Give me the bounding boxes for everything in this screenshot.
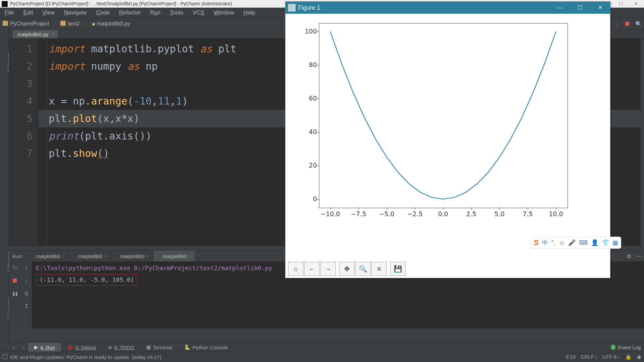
menu-file[interactable]: File	[0, 8, 18, 18]
search-everywhere-icon[interactable]	[635, 20, 642, 27]
figure-close-button[interactable]: ✕	[590, 2, 610, 14]
bottom-tab-run[interactable]: ▶ 4: Run	[28, 343, 61, 352]
soft-wrap-icon[interactable]	[24, 290, 29, 297]
run-tab-2[interactable]: matplotlib0×	[111, 250, 153, 262]
status-lock-icon[interactable]: 🔒	[625, 354, 632, 360]
ime-keyboard-icon[interactable]: ⌨	[579, 239, 588, 246]
nav-configure-icon[interactable]: ≡	[371, 262, 387, 276]
line-number: 5	[9, 110, 33, 127]
ime-user-icon[interactable]: 👤	[591, 239, 598, 246]
bottom-tab-terminal[interactable]: ▣ Terminal	[140, 343, 178, 352]
figure-maximize-button[interactable]: ☐	[570, 2, 590, 14]
bottom-tab-terminal-label: Terminal	[153, 345, 172, 350]
close-icon[interactable]: ×	[104, 254, 106, 258]
xtick-label: 10.0	[549, 210, 563, 218]
matplotlib-app-icon	[288, 4, 296, 11]
console-output-axis: (-11.0, 11.0, -5.0, 105.0)	[36, 274, 138, 286]
event-log-badge: 1	[610, 345, 616, 350]
status-indicator-icon[interactable]: ◉	[637, 354, 641, 360]
menu-help[interactable]: Help	[239, 8, 260, 18]
stack-down-icon[interactable]	[25, 278, 28, 284]
ide-close-button[interactable]: ✕	[629, 0, 644, 7]
ime-emoji-icon[interactable]: ☺	[559, 239, 565, 246]
status-caret-pos[interactable]: 5:16	[566, 354, 576, 360]
ytick-label: 100	[300, 27, 317, 35]
bottom-tab-todo-label: 6: TODO	[114, 345, 134, 350]
ime-mic-icon[interactable]: 🎤	[568, 239, 576, 246]
nav-back-icon[interactable]: ←	[304, 262, 320, 276]
gear-icon[interactable]: ⚙	[627, 253, 631, 259]
ytick-label: 60	[300, 95, 317, 102]
menu-run[interactable]: Run	[145, 8, 165, 18]
sogou-ime-bar[interactable]: S 中 °, ☺ 🎤 ⌨ 👤 👕 ▦	[531, 237, 621, 249]
line-number: 4	[9, 93, 33, 110]
close-icon[interactable]: ×	[189, 254, 191, 258]
menu-navigate[interactable]: Navigate	[59, 8, 91, 18]
nav-zoom-icon[interactable]: 🔍	[355, 262, 371, 276]
crumb-folder[interactable]: text2	[60, 21, 83, 27]
close-icon[interactable]: ×	[62, 254, 64, 258]
figure-minimize-button[interactable]: —	[550, 2, 570, 14]
run-tab-label: matplotlib0	[120, 253, 145, 259]
menu-view[interactable]: View	[38, 8, 60, 18]
menu-code[interactable]: Code	[91, 8, 114, 18]
run-tab-0[interactable]: matplotlib0×	[26, 250, 69, 262]
minimize-tw-icon[interactable]: —	[636, 253, 641, 259]
close-icon[interactable]: ×	[147, 254, 149, 258]
chevron-icon[interactable]: »	[18, 345, 28, 350]
xtick-mark	[443, 207, 443, 209]
menu-tools[interactable]: Tools	[165, 8, 188, 18]
nav-forward-icon[interactable]: →	[320, 262, 336, 276]
figure-title: Figure 1	[298, 4, 320, 11]
xtick-mark	[387, 207, 387, 209]
run-tab-label: matplotlib0	[163, 253, 187, 259]
ytick-mark	[317, 65, 319, 65]
nav-pan-icon[interactable]: ✥	[339, 262, 355, 276]
menu-edit[interactable]: Edit	[18, 8, 38, 18]
bottom-tab-debug[interactable]: 🐞 5: Debug	[61, 343, 102, 352]
ime-punct-icon[interactable]: °,	[551, 239, 555, 246]
stop-icon[interactable]	[625, 22, 629, 26]
stop-icon[interactable]	[13, 279, 17, 283]
menu-refactor[interactable]: Refactor	[114, 8, 145, 18]
nav-save-icon[interactable]: 💾	[390, 262, 406, 276]
run-tab-3[interactable]: matplotlib0×	[153, 250, 196, 262]
menu-window[interactable]: Window	[209, 8, 238, 18]
python-file-icon	[92, 22, 95, 25]
close-tab-icon[interactable]: ×	[51, 30, 54, 39]
chevron-right-icon: 〉	[52, 20, 60, 27]
plot-curve	[319, 23, 567, 207]
scroll-to-end-icon[interactable]	[24, 303, 29, 309]
pause-icon[interactable]	[12, 290, 17, 296]
crumb-project[interactable]: PyCharmProject	[3, 21, 52, 27]
run-tab-1[interactable]: matplotlib0×	[69, 250, 111, 262]
status-encoding[interactable]: UTF-8	[602, 354, 617, 360]
xtick-mark	[556, 207, 556, 209]
chevron-icon[interactable]: »	[9, 345, 18, 350]
nav-home-icon[interactable]: ⌂	[288, 262, 304, 276]
pycharm-app-icon	[2, 1, 7, 7]
status-message[interactable]: IDE and Plugin Updates: PyCharm is ready…	[10, 354, 161, 360]
ime-toolbox-icon[interactable]: ▦	[612, 239, 618, 246]
ime-skin-icon[interactable]: 👕	[602, 239, 609, 246]
editor-tab-active[interactable]: matplotlib0.py ×	[13, 30, 58, 39]
figure-titlebar[interactable]: Figure 1 — ☐ ✕	[285, 2, 610, 14]
ime-lang-label[interactable]: 中	[542, 239, 548, 247]
toolwindow-toggle-icon[interactable]	[3, 354, 7, 360]
run-config-overflow-icon[interactable]: ⋮	[613, 20, 619, 27]
stack-up-icon[interactable]	[25, 265, 28, 271]
ide-maximize-button[interactable]: ☐	[613, 0, 629, 7]
xtick-mark	[499, 207, 500, 209]
xtick-mark	[471, 207, 472, 209]
ytick-label: 40	[300, 128, 317, 135]
bottom-tab-event-log[interactable]: Event Log	[618, 345, 641, 350]
menu-vcs[interactable]: VCS	[188, 8, 209, 18]
xtick-label: −10.0	[321, 210, 340, 218]
crumb-file[interactable]: matplotlib0.py	[91, 21, 133, 27]
bottom-tab-todo[interactable]: ≣ 6: TODO	[102, 343, 140, 352]
rerun-icon[interactable]	[13, 265, 17, 271]
line-number-gutter: 1 2 3 4 5 6 7	[9, 38, 38, 246]
xtick-label: −5.0	[379, 210, 394, 218]
status-line-separator[interactable]: CRLF	[581, 354, 594, 360]
bottom-tab-python-console[interactable]: 🐍 Python Console	[178, 343, 234, 352]
